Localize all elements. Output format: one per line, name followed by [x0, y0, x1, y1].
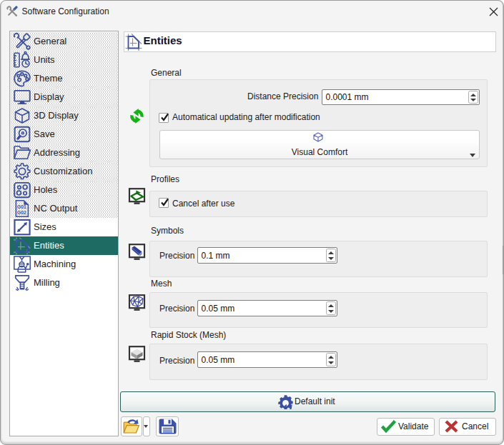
svg-text:G02: G02 [17, 210, 26, 215]
svg-text:G01: G01 [17, 204, 26, 209]
